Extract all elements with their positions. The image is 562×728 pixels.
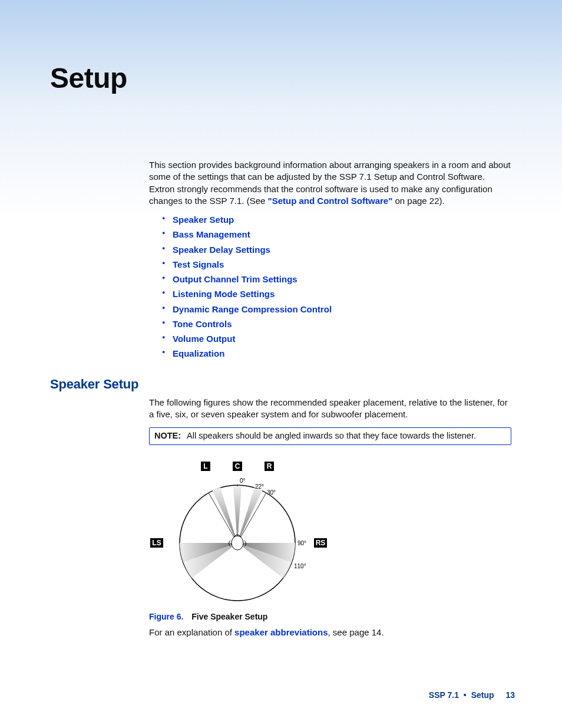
svg-marker-3	[212, 487, 237, 543]
speaker-diagram-icon: L C R LS	[143, 454, 343, 608]
explanation-paragraph: For an explanation of speaker abbreviati…	[149, 627, 511, 638]
toc-link-listening-mode[interactable]: Listening Mode Settings	[173, 289, 275, 299]
speaker-label-rs: RS	[316, 539, 326, 547]
note-label: NOTE:	[154, 431, 181, 440]
footer-section: Setup	[471, 690, 494, 700]
explanation-post: , see page 14.	[328, 627, 384, 637]
figure-caption: Figure 6. Five Speaker Setup	[149, 611, 511, 622]
angle-label-30: 30°	[267, 489, 276, 496]
angle-label-0: 0°	[240, 477, 246, 484]
speaker-label-l: L	[203, 462, 207, 470]
toc-link-drc[interactable]: Dynamic Range Compression Control	[173, 304, 332, 314]
toc-link-eq[interactable]: Equalization	[173, 348, 224, 358]
toc-link-bass-management[interactable]: Bass Management	[173, 229, 250, 239]
section-body: The following figures show the recommend…	[149, 397, 511, 639]
list-item: Speaker Setup	[162, 214, 511, 226]
document-page: Setup This section provides background i…	[0, 0, 562, 728]
toc-link-volume[interactable]: Volume Output	[173, 334, 235, 344]
footer-separator: •	[464, 690, 467, 700]
note-box: NOTE:All speakers should be angled inwar…	[149, 427, 511, 445]
section-heading-speaker-setup: Speaker Setup	[50, 377, 513, 392]
list-item: Test Signals	[162, 259, 511, 271]
section-link-list: Speaker Setup Bass Management Speaker De…	[149, 214, 511, 360]
footer-product: SSP 7.1	[429, 690, 459, 700]
intro-text-post: on page 22).	[392, 196, 444, 206]
speaker-abbrev-link[interactable]: speaker abbreviations	[234, 627, 328, 637]
list-item: Equalization	[162, 348, 511, 360]
angle-label-22: 22°	[255, 483, 264, 490]
angle-label-110: 110°	[294, 563, 306, 569]
setup-software-link[interactable]: "Setup and Control Software"	[268, 196, 393, 206]
list-item: Speaker Delay Settings	[162, 244, 511, 256]
list-item: Dynamic Range Compression Control	[162, 304, 511, 315]
list-item: Volume Output	[162, 333, 511, 345]
section-intro-paragraph: The following figures show the recommend…	[149, 397, 511, 421]
intro-block: This section provides background informa…	[149, 159, 511, 360]
page-title: Setup	[50, 62, 513, 94]
speaker-label-ls: LS	[152, 539, 161, 547]
explanation-pre: For an explanation of	[149, 627, 234, 637]
intro-paragraph: This section provides background informa…	[149, 159, 511, 207]
note-text: All speakers should be angled inwards so…	[187, 431, 476, 440]
toc-link-test-signals[interactable]: Test Signals	[173, 259, 224, 269]
figure-number: Figure 6.	[149, 612, 183, 621]
speaker-label-c: C	[235, 462, 240, 470]
toc-link-tone[interactable]: Tone Controls	[173, 319, 232, 329]
list-item: Listening Mode Settings	[162, 288, 511, 300]
speaker-label-r: R	[267, 462, 272, 470]
figure-title: Five Speaker Setup	[191, 612, 267, 621]
list-item: Output Channel Trim Settings	[162, 274, 511, 285]
svg-marker-4	[237, 487, 263, 543]
figure-6: L C R LS	[149, 454, 511, 622]
toc-link-speaker-delay[interactable]: Speaker Delay Settings	[173, 245, 270, 255]
list-item: Bass Management	[162, 229, 511, 241]
angle-label-90: 90°	[297, 540, 306, 546]
footer-page-number: 13	[505, 690, 515, 700]
list-item: Tone Controls	[162, 318, 511, 330]
toc-link-speaker-setup[interactable]: Speaker Setup	[173, 215, 234, 225]
svg-point-5	[232, 536, 243, 550]
toc-link-output-trim[interactable]: Output Channel Trim Settings	[173, 274, 297, 284]
page-footer: SSP 7.1 • Setup 13	[429, 690, 515, 700]
content-area: Setup This section provides background i…	[50, 62, 513, 648]
